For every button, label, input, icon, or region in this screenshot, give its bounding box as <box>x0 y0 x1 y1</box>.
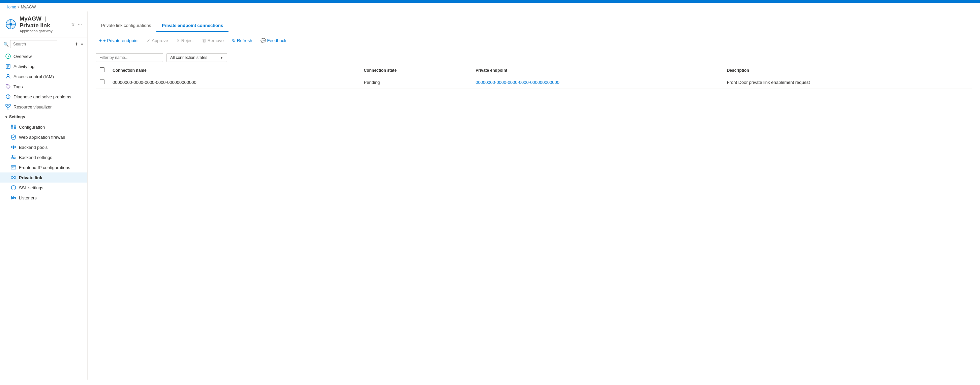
activity-log-icon <box>5 64 11 69</box>
chevron-down-icon: ▾ <box>221 56 223 60</box>
sidebar-item-label: Tags <box>13 84 22 89</box>
svg-point-40 <box>14 176 16 179</box>
resource-actions: ☆ ··· <box>71 22 82 27</box>
sidebar: MyAGW | Private link Application gateway… <box>0 11 88 380</box>
svg-rect-28 <box>13 146 14 149</box>
svg-point-11 <box>7 74 9 76</box>
sidebar-item-resource-visualizer[interactable]: Resource visualizer <box>0 102 87 112</box>
svg-rect-26 <box>14 127 16 129</box>
select-all-header <box>96 65 108 76</box>
row-checkbox[interactable] <box>100 79 105 84</box>
sidebar-item-diagnose[interactable]: Diagnose and solve problems <box>0 92 87 102</box>
svg-rect-23 <box>11 125 13 127</box>
remove-button[interactable]: 🗑 Remove <box>199 36 227 45</box>
sidebar-item-access-control[interactable]: Access control (IAM) <box>0 71 87 81</box>
private-endpoint-link[interactable]: 00000000-0000-0000-0000-000000000000 <box>476 80 559 85</box>
connection-name-cell: 00000000-0000-0000-0000-000000000000 <box>108 76 360 89</box>
search-input[interactable] <box>10 40 57 48</box>
waf-icon <box>11 135 16 140</box>
private-endpoint-header: Private endpoint <box>471 65 722 76</box>
favorite-icon[interactable]: ☆ <box>71 22 75 27</box>
sidebar-item-backend-settings[interactable]: Backend settings <box>0 152 87 162</box>
overview-icon <box>5 54 11 59</box>
refresh-button[interactable]: ↻ Refresh <box>229 36 256 45</box>
settings-section-label: Settings <box>9 114 25 119</box>
breadcrumb-home[interactable]: Home <box>5 5 16 10</box>
resource-full-title: MyAGW | Private link <box>19 16 67 29</box>
sidebar-item-waf[interactable]: Web application firewall <box>0 132 87 142</box>
sidebar-item-activity-log[interactable]: Activity log <box>0 61 87 71</box>
sidebar-item-configuration[interactable]: Configuration <box>0 122 87 132</box>
checkmark-icon: ✓ <box>146 38 150 43</box>
svg-point-34 <box>14 157 15 158</box>
svg-rect-18 <box>7 108 9 109</box>
feedback-icon: 💬 <box>261 38 266 43</box>
private-endpoint-cell: 00000000-0000-0000-0000-000000000000 <box>471 76 722 89</box>
svg-point-1 <box>10 23 12 25</box>
sidebar-item-label: Overview <box>13 54 32 59</box>
resource-name: MyAGW <box>19 16 41 22</box>
sidebar-item-frontend-ip[interactable]: Frontend IP configurations <box>0 162 87 173</box>
feedback-button[interactable]: 💬 Feedback <box>257 36 290 45</box>
resource-page: Private link <box>19 22 50 29</box>
diagnose-icon <box>5 94 11 99</box>
tab-label: Private link configurations <box>101 23 151 28</box>
description-header: Description <box>723 65 972 76</box>
svg-rect-24 <box>14 125 16 127</box>
main-content: Private link configurations Private endp… <box>88 11 980 380</box>
expand-icon[interactable]: ⬆ <box>74 41 79 47</box>
sidebar-item-label: Diagnose and solve problems <box>13 94 71 99</box>
plus-icon: + <box>99 38 102 43</box>
iam-icon <box>5 74 11 79</box>
svg-point-15 <box>8 97 8 98</box>
sidebar-search-bar: 🔍 ⬆ « <box>0 37 87 51</box>
tab-label: Private endpoint connections <box>162 23 223 28</box>
resource-visualizer-icon <box>5 104 11 109</box>
svg-point-33 <box>12 155 13 157</box>
svg-point-35 <box>12 158 13 159</box>
svg-point-12 <box>7 85 7 86</box>
row-checkbox-cell <box>96 76 108 89</box>
reject-button[interactable]: ✕ Reject <box>173 36 197 45</box>
frontend-ip-icon <box>11 165 16 170</box>
svg-rect-36 <box>11 166 16 169</box>
x-icon: ✕ <box>176 38 180 43</box>
sidebar-item-overview[interactable]: Overview <box>0 51 87 61</box>
sidebar-item-label: Activity log <box>13 64 34 69</box>
backend-pools-icon <box>11 144 16 150</box>
sidebar-item-label: Web application firewall <box>19 135 65 140</box>
sidebar-item-label: Backend settings <box>19 155 52 160</box>
breadcrumb-separator: > <box>18 5 19 9</box>
name-filter-input[interactable] <box>96 53 163 62</box>
sidebar-item-label: Resource visualizer <box>13 105 52 109</box>
sidebar-item-tags[interactable]: Tags <box>0 81 87 92</box>
reject-label: Reject <box>181 38 194 43</box>
svg-rect-29 <box>14 146 16 148</box>
description-cell: Front Door private link enablement reque… <box>723 76 972 89</box>
toolbar: + + Private endpoint ✓ Approve ✕ Reject … <box>88 32 980 49</box>
add-private-endpoint-button[interactable]: + + Private endpoint <box>96 36 142 45</box>
collapse-icon[interactable]: « <box>80 41 84 47</box>
refresh-icon: ↻ <box>232 38 235 43</box>
sidebar-item-ssl-settings[interactable]: SSL settings <box>0 182 87 193</box>
state-filter-dropdown[interactable]: All connection states ▾ <box>167 53 227 62</box>
tab-private-link-configurations[interactable]: Private link configurations <box>96 19 156 32</box>
state-filter-label: All connection states <box>170 55 207 60</box>
sidebar-item-private-link[interactable]: Private link <box>0 173 87 182</box>
tab-private-endpoint-connections[interactable]: Private endpoint connections <box>156 19 229 32</box>
svg-point-39 <box>11 176 13 179</box>
table-row: 00000000-0000-0000-0000-000000000000 Pen… <box>96 76 972 89</box>
resource-subtitle: Application gateway <box>19 29 67 33</box>
sidebar-item-label: Frontend IP configurations <box>19 165 70 170</box>
listeners-icon <box>11 195 16 200</box>
approve-button[interactable]: ✓ Approve <box>143 36 171 45</box>
select-all-checkbox[interactable] <box>100 67 105 72</box>
filters-row: All connection states ▾ <box>88 49 980 65</box>
sidebar-item-listeners[interactable]: Listeners <box>0 193 87 203</box>
connection-state-cell: Pending <box>360 76 471 89</box>
sidebar-item-label: Private link <box>19 175 42 180</box>
sidebar-item-label: Configuration <box>19 125 45 130</box>
sidebar-item-backend-pools[interactable]: Backend pools <box>0 142 87 152</box>
settings-section-header[interactable]: ▾ Settings <box>0 112 87 122</box>
more-options-icon[interactable]: ··· <box>78 22 82 27</box>
